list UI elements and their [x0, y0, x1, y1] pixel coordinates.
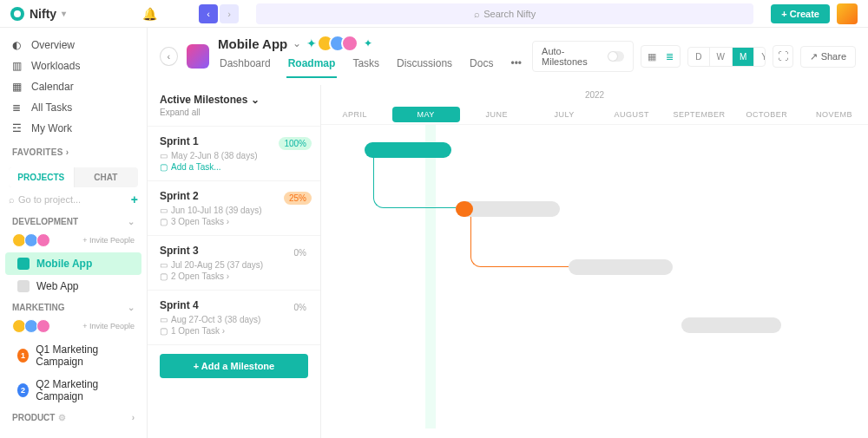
- nav-all-tasks[interactable]: ≣All Tasks: [0, 97, 147, 118]
- group-development[interactable]: DEVELOPMENT⌄: [0, 212, 147, 232]
- sidebar-tabs: PROJECTS CHAT: [9, 167, 138, 187]
- month-header[interactable]: SEPTEMBER: [666, 105, 733, 124]
- group-marketing[interactable]: MARKETING⌄: [0, 297, 147, 317]
- milestones-header[interactable]: Active Milestones ⌄ Expand all: [148, 85, 320, 127]
- milestone-sub[interactable]: ▢Add a Task...: [160, 162, 308, 172]
- task-icon: ▢: [160, 162, 168, 172]
- expand-all[interactable]: Expand all: [160, 108, 308, 117]
- avatar[interactable]: [36, 233, 50, 247]
- chevron-down-icon: ⌄: [128, 303, 135, 312]
- search-input[interactable]: ⌕ Search Nifty: [256, 3, 753, 24]
- month-header[interactable]: JULY: [530, 105, 598, 124]
- tab-dashboard[interactable]: Dashboard: [218, 57, 273, 78]
- sidebar: ◐Overview ▥Workloads ▦Calendar ≣All Task…: [0, 28, 148, 438]
- month-header[interactable]: AUGUST: [598, 105, 666, 124]
- tab-discussions[interactable]: Discussions: [395, 57, 454, 78]
- zoom-day[interactable]: D: [688, 48, 708, 66]
- mywork-icon: ☲: [12, 122, 24, 134]
- milestone-item[interactable]: Sprint 3 ▭Jul 20-Aug 25 (37 days) ▢2 Ope…: [148, 236, 320, 291]
- favorites-header[interactable]: FAVORITES ›: [0, 139, 147, 162]
- gantt-bar-sprint-4[interactable]: [681, 317, 781, 333]
- month-header[interactable]: JUNE: [464, 105, 531, 124]
- milestone-sub[interactable]: ▢1 Open Task ›: [160, 326, 308, 336]
- member-stack[interactable]: [322, 35, 358, 52]
- calendar-icon: ▭: [160, 315, 168, 324]
- milestone-percent: 100%: [279, 137, 312, 150]
- tab-tasks[interactable]: Tasks: [351, 57, 381, 78]
- chevron-right-icon: ›: [132, 413, 135, 422]
- auto-milestones-toggle[interactable]: Auto-Milestones: [532, 41, 634, 72]
- focus-icon[interactable]: ⛶: [773, 45, 792, 68]
- project-web-app[interactable]: Web App: [5, 275, 141, 297]
- milestone-sub[interactable]: ▢2 Open Tasks ›: [160, 271, 308, 281]
- gantt-bar-sprint-3[interactable]: [569, 259, 673, 275]
- sparkle-icon[interactable]: ✦: [306, 36, 317, 50]
- zoom-month[interactable]: M: [732, 48, 753, 66]
- month-header[interactable]: OCTOBER: [733, 105, 801, 124]
- milestone-item[interactable]: Sprint 2 ▭Jun 10-Jul 18 (39 days) ▢3 Ope…: [148, 181, 320, 236]
- milestone-dates: ▭Jun 10-Jul 18 (39 days): [160, 206, 308, 215]
- chevron-down-icon[interactable]: ⌄: [293, 37, 301, 49]
- milestone-percent: 0%: [289, 246, 312, 259]
- milestone-item[interactable]: Sprint 4 ▭Aug 27-Oct 3 (38 days) ▢1 Open…: [148, 291, 320, 345]
- view-switcher: ▦ ≣: [641, 45, 681, 68]
- nav-my-work[interactable]: ☲My Work: [0, 118, 147, 139]
- zoom-week[interactable]: W: [709, 48, 732, 66]
- share-button[interactable]: ↗Share: [800, 46, 856, 68]
- project-title: Mobile App: [218, 36, 287, 51]
- nav-calendar[interactable]: ▦Calendar: [0, 76, 147, 97]
- month-header[interactable]: MAY: [392, 107, 460, 122]
- gantt-bar-sprint-1[interactable]: [365, 142, 451, 158]
- nav-overview[interactable]: ◐Overview: [0, 35, 147, 56]
- tab-projects[interactable]: PROJECTS: [9, 167, 74, 187]
- calendar-icon: ▭: [160, 260, 168, 270]
- project-q2-marketing[interactable]: 2 Q2 Marketing Campaign: [5, 373, 141, 408]
- milestone-dates: ▭Aug 27-Oct 3 (38 days): [160, 315, 308, 324]
- tab-more[interactable]: •••: [509, 57, 523, 78]
- tab-docs[interactable]: Docs: [468, 57, 495, 78]
- gantt-bar-sprint-2[interactable]: [456, 201, 560, 217]
- create-button[interactable]: + Create: [771, 4, 830, 23]
- progress-fill: [456, 201, 473, 217]
- avatar[interactable]: [36, 319, 50, 333]
- task-icon: ▢: [160, 217, 168, 226]
- year-label: 2022: [321, 85, 868, 105]
- avatar: [341, 35, 358, 52]
- nav-back-button[interactable]: ‹: [199, 4, 218, 23]
- project-mobile-app[interactable]: Mobile App: [5, 252, 141, 275]
- month-header[interactable]: NOVEMB: [800, 105, 868, 124]
- group-product[interactable]: PRODUCT ⚙›: [0, 408, 147, 428]
- chevron-down-icon: ⌄: [251, 94, 260, 106]
- nav-workloads[interactable]: ▥Workloads: [0, 56, 147, 76]
- invite-people[interactable]: + Invite People: [82, 236, 135, 245]
- search-placeholder: Search Nifty: [483, 9, 536, 19]
- project-header: ‹ Mobile App ⌄ ✦ ✦ Dashboard Roadmap: [148, 28, 868, 85]
- milestone-item[interactable]: Sprint 1 ▭May 2-Jun 8 (38 days) ▢Add a T…: [148, 127, 320, 181]
- brand[interactable]: Nifty ▾: [10, 7, 66, 21]
- tab-roadmap[interactable]: Roadmap: [286, 57, 338, 78]
- brand-label: Nifty: [30, 7, 56, 21]
- notifications-icon[interactable]: 🔔: [142, 7, 157, 21]
- invite-people[interactable]: + Invite People: [82, 322, 135, 330]
- project-thumbnail: [187, 44, 209, 69]
- milestones-column: Active Milestones ⌄ Expand all Sprint 1 …: [148, 85, 321, 438]
- add-member-icon[interactable]: ✦: [364, 37, 372, 49]
- milestone-sub[interactable]: ▢3 Open Tasks ›: [160, 217, 308, 226]
- month-header[interactable]: APRIL: [321, 105, 389, 124]
- chevron-right-icon: ›: [66, 147, 69, 157]
- search-icon: ⌕: [9, 194, 15, 205]
- project-q1-marketing[interactable]: 1 Q1 Marketing Campaign: [5, 338, 141, 373]
- tab-chat[interactable]: CHAT: [74, 167, 139, 187]
- back-button[interactable]: ‹: [160, 47, 178, 66]
- zoom-year[interactable]: Y: [753, 48, 766, 66]
- add-milestone-button[interactable]: + Add a Milestone: [160, 354, 308, 378]
- nav-forward-button[interactable]: ›: [220, 4, 239, 23]
- calendar-icon: ▦: [12, 81, 24, 93]
- list-view-icon[interactable]: ≣: [662, 49, 676, 63]
- add-project-button[interactable]: +: [131, 193, 138, 206]
- grid-view-icon[interactable]: ▦: [645, 49, 659, 63]
- user-avatar[interactable]: [837, 3, 858, 24]
- milestone-name: Sprint 3: [160, 245, 308, 257]
- milestone-percent: 25%: [284, 192, 312, 205]
- project-search[interactable]: ⌕ Go to project... +: [9, 193, 138, 206]
